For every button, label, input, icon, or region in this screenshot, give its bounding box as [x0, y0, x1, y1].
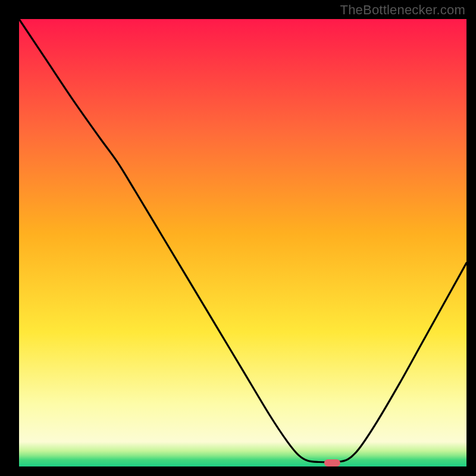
gradient-background	[19, 19, 466, 466]
chart-container: TheBottlenecker.com	[0, 0, 476, 476]
watermark-text: TheBottlenecker.com	[340, 2, 465, 18]
chart-svg	[19, 19, 466, 466]
marker-dot	[324, 459, 340, 466]
plot-area	[19, 19, 466, 466]
